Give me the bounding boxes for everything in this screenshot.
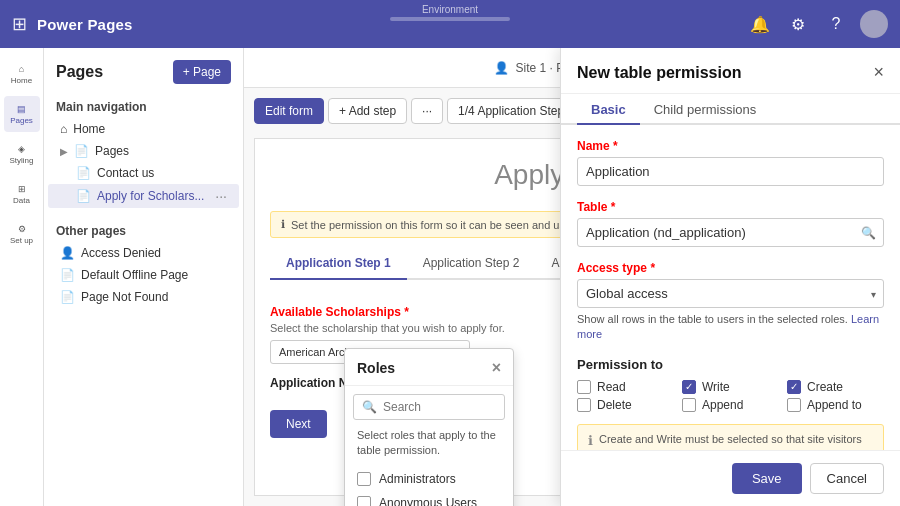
create-checkbox[interactable]: ✓ bbox=[787, 380, 801, 394]
data-label: Data bbox=[13, 196, 30, 205]
more-options-button[interactable]: ··· bbox=[411, 98, 443, 124]
sidebar-item-styling[interactable]: ◈ Styling bbox=[4, 136, 40, 172]
rp-table-input[interactable] bbox=[577, 218, 884, 247]
sidebar-item-setup[interactable]: ⚙ Set up bbox=[4, 216, 40, 252]
rp-warning: ℹ Create and Write must be selected so t… bbox=[577, 424, 884, 450]
anonymous-checkbox[interactable] bbox=[357, 496, 371, 506]
sidebar-icons: ⌂ Home ▤ Pages ◈ Styling ⊞ Data ⚙ Set up bbox=[0, 48, 44, 506]
page-toolbar: Edit form + Add step ··· 1/4 Application… bbox=[254, 98, 595, 124]
grid-icon[interactable]: ⊞ bbox=[12, 13, 27, 35]
read-checkbox[interactable] bbox=[577, 380, 591, 394]
roles-close-button[interactable]: × bbox=[492, 359, 501, 377]
main-layout: ⌂ Home ▤ Pages ◈ Styling ⊞ Data ⚙ Set up… bbox=[0, 48, 900, 506]
rp-access-field: Access type * Global access Contact acce… bbox=[577, 261, 884, 343]
site-person-icon: 👤 bbox=[494, 61, 509, 75]
cancel-button[interactable]: Cancel bbox=[810, 463, 884, 494]
search-table-icon: 🔍 bbox=[861, 226, 876, 240]
add-page-button[interactable]: + Page bbox=[173, 60, 231, 84]
roles-search-input[interactable] bbox=[383, 400, 533, 414]
home-nav-icon: ⌂ bbox=[60, 122, 67, 136]
pages-panel: Pages + Page Main navigation ⌂ Home ▶ 📄 … bbox=[44, 48, 244, 506]
nav-item-access-denied[interactable]: 👤 Access Denied bbox=[48, 242, 239, 264]
rp-name-label: Name * bbox=[577, 139, 884, 153]
perm-read[interactable]: Read bbox=[577, 380, 674, 394]
tab-basic[interactable]: Basic bbox=[577, 94, 640, 125]
content-area: 👤 Site 1 · Private · Saved ▾ Edit form +… bbox=[244, 48, 900, 506]
nav-item-offline[interactable]: 📄 Default Offline Page bbox=[48, 264, 239, 286]
edit-form-button[interactable]: Edit form bbox=[254, 98, 324, 124]
role-anonymous[interactable]: Anonymous Users bbox=[353, 491, 505, 506]
sidebar-item-home[interactable]: ⌂ Home bbox=[4, 56, 40, 92]
rp-access-info: Show all rows in the table to users in t… bbox=[577, 312, 884, 343]
sidebar-item-data[interactable]: ⊞ Data bbox=[4, 176, 40, 212]
nav-item-not-found[interactable]: 📄 Page Not Found bbox=[48, 286, 239, 308]
nav-item-home[interactable]: ⌂ Home bbox=[48, 118, 239, 140]
perm-write[interactable]: ✓ Write bbox=[682, 380, 779, 394]
styling-icon: ◈ bbox=[18, 144, 25, 154]
nav-item-pages[interactable]: ▶ 📄 Pages bbox=[48, 140, 239, 162]
search-icon: 🔍 bbox=[362, 400, 377, 414]
settings-icon[interactable]: ⚙ bbox=[784, 10, 812, 38]
rp-access-label: Access type * bbox=[577, 261, 884, 275]
write-checkbox[interactable]: ✓ bbox=[682, 380, 696, 394]
pages-label: Pages bbox=[10, 116, 33, 125]
right-panel: New table permission × Basic Child permi… bbox=[560, 48, 900, 506]
home-label: Home bbox=[11, 76, 32, 85]
step-1-tab[interactable]: Application Step 1 bbox=[270, 248, 407, 280]
rp-name-input[interactable] bbox=[577, 157, 884, 186]
rp-tabs: Basic Child permissions bbox=[561, 94, 900, 125]
delete-checkbox[interactable] bbox=[577, 398, 591, 412]
more-actions-icon[interactable]: ··· bbox=[215, 188, 227, 204]
append-checkbox[interactable] bbox=[682, 398, 696, 412]
notifications-icon[interactable]: 🔔 bbox=[746, 10, 774, 38]
pages-icon: ▤ bbox=[17, 104, 26, 114]
add-step-button[interactable]: + Add step bbox=[328, 98, 407, 124]
page-icon: 📄 bbox=[76, 166, 91, 180]
perm-append[interactable]: Append bbox=[682, 398, 779, 412]
data-icon: ⊞ bbox=[18, 184, 26, 194]
roles-title: Roles bbox=[357, 360, 395, 376]
save-button[interactable]: Save bbox=[732, 463, 802, 494]
roles-select-info: Select roles that apply to the table per… bbox=[345, 428, 513, 467]
append-to-checkbox[interactable] bbox=[787, 398, 801, 412]
top-bar-actions: 🔔 ⚙ ? bbox=[746, 10, 888, 38]
rp-select-wrap: Global access Contact access Account acc… bbox=[577, 279, 884, 308]
role-administrators[interactable]: Administrators bbox=[353, 467, 505, 491]
user-icon: 👤 bbox=[60, 246, 75, 260]
setup-label: Set up bbox=[10, 236, 33, 245]
nav-item-apply[interactable]: 📄 Apply for Scholars... ··· bbox=[48, 184, 239, 208]
rp-table-field: Table * 🔍 bbox=[577, 200, 884, 247]
perm-create[interactable]: ✓ Create bbox=[787, 380, 884, 394]
roles-search-container: 🔍 bbox=[353, 394, 505, 420]
tab-child-permissions[interactable]: Child permissions bbox=[640, 94, 771, 125]
page-icon: 📄 bbox=[60, 290, 75, 304]
rp-footer: Save Cancel bbox=[561, 450, 900, 506]
setup-icon: ⚙ bbox=[18, 224, 26, 234]
styling-label: Styling bbox=[9, 156, 33, 165]
rp-table-wrap: 🔍 bbox=[577, 218, 884, 247]
next-button[interactable]: Next bbox=[270, 410, 327, 438]
info-icon: ℹ bbox=[281, 218, 285, 231]
admin-checkbox[interactable] bbox=[357, 472, 371, 486]
rp-header: New table permission × bbox=[561, 48, 900, 94]
rp-table-label: Table * bbox=[577, 200, 884, 214]
step-2-tab[interactable]: Application Step 2 bbox=[407, 248, 536, 280]
rp-permissions-grid: Read ✓ Write ✓ Create Delete bbox=[577, 380, 884, 412]
warn-icon: ℹ bbox=[588, 432, 593, 450]
perm-append-to[interactable]: Append to bbox=[787, 398, 884, 412]
help-icon[interactable]: ? bbox=[822, 10, 850, 38]
main-nav-title: Main navigation bbox=[44, 94, 243, 118]
sidebar-item-pages[interactable]: ▤ Pages bbox=[4, 96, 40, 132]
user-avatar[interactable] bbox=[860, 10, 888, 38]
top-bar: ⊞ Power Pages Environment 🔔 ⚙ ? bbox=[0, 0, 900, 48]
environment-bar bbox=[390, 17, 510, 21]
page-icon: 📄 bbox=[76, 189, 91, 203]
app-title: Power Pages bbox=[37, 16, 382, 33]
nav-item-contact[interactable]: 📄 Contact us bbox=[48, 162, 239, 184]
page-icon: 📄 bbox=[60, 268, 75, 282]
pages-panel-title: Pages bbox=[56, 63, 103, 81]
perm-delete[interactable]: Delete bbox=[577, 398, 674, 412]
rp-access-select[interactable]: Global access Contact access Account acc… bbox=[577, 279, 884, 308]
rp-close-button[interactable]: × bbox=[873, 62, 884, 83]
rp-body: Name * Table * 🔍 bbox=[561, 125, 900, 450]
